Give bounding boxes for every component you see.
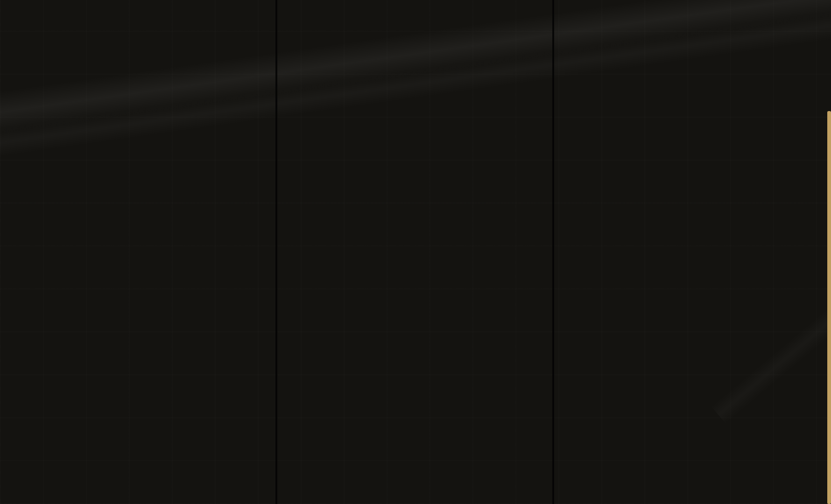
wifi-analyzer-collage [0, 0, 831, 504]
glare-streak [711, 178, 831, 424]
panel-gap [552, 0, 554, 504]
panel-gap [275, 0, 277, 504]
page-edge-strip [827, 111, 831, 504]
wifi-analyzer-panel [0, 0, 277, 504]
